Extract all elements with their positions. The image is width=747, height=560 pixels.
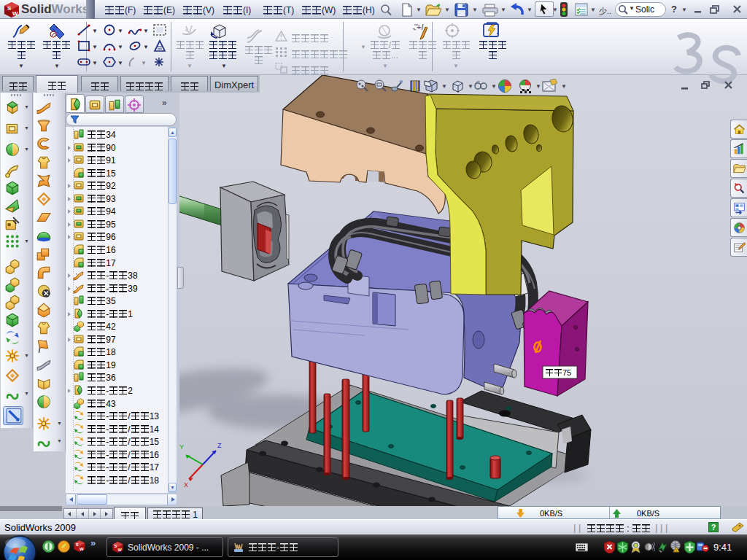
svg-text:X: X bbox=[184, 481, 188, 489]
svg-text:+/: +/ bbox=[417, 23, 423, 31]
svg-text:Y: Y bbox=[179, 443, 184, 451]
svg-text:W: W bbox=[80, 547, 84, 551]
svg-text:W: W bbox=[12, 10, 18, 17]
svg-text:S: S bbox=[76, 542, 79, 547]
svg-text:Z: Z bbox=[217, 442, 222, 449]
svg-text:S: S bbox=[115, 544, 117, 548]
svg-text:S: S bbox=[7, 5, 12, 12]
svg-text:W: W bbox=[118, 548, 123, 552]
